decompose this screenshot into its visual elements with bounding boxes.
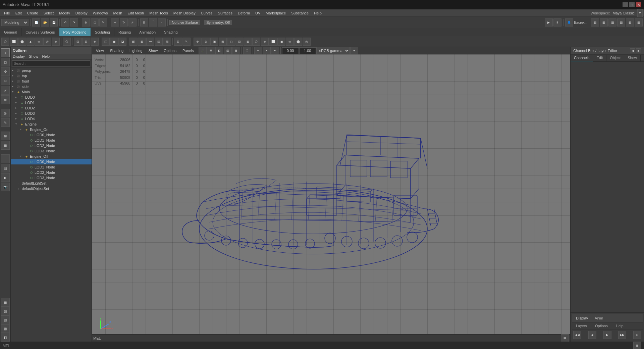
- move-icon[interactable]: ✛: [1, 67, 10, 76]
- layer-nav-3[interactable]: ▶: [603, 331, 611, 339]
- tree-item-engine-off-lod3[interactable]: ⬡ LOD3_Node: [11, 175, 92, 181]
- poly-prism[interactable]: ◈: [52, 38, 60, 46]
- tree-item-engine-off-lod1[interactable]: ⬡ LOD1_Node: [11, 164, 92, 170]
- menu-mesh-display[interactable]: Mesh Display: [171, 9, 198, 16]
- menu-surfaces[interactable]: Surfaces: [215, 9, 235, 16]
- vp-value-2[interactable]: [299, 47, 316, 54]
- right-panel-close[interactable]: ▶: [636, 48, 641, 53]
- flat-shade[interactable]: ◪: [118, 38, 126, 46]
- tree-item-engine[interactable]: ▾ ◈ Engine: [11, 121, 92, 127]
- open-file-button[interactable]: 📂: [41, 18, 49, 27]
- tab-poly-modeling[interactable]: Poly Modeling: [59, 28, 91, 36]
- save-file-button[interactable]: 💾: [50, 18, 58, 27]
- render-button[interactable]: ▶: [545, 18, 553, 27]
- menu-display[interactable]: Display: [73, 9, 90, 16]
- tool-extra-1[interactable]: ⊕: [194, 38, 202, 46]
- minimize-button[interactable]: ─: [623, 2, 628, 7]
- channel-icon[interactable]: ▤: [1, 164, 10, 172]
- lasso-icon[interactable]: ◻: [1, 58, 10, 66]
- extrude[interactable]: ⊡: [74, 38, 82, 46]
- poly-torus[interactable]: ◎: [43, 38, 51, 46]
- tree-item-lod3[interactable]: ▸ ⬡ LOD3: [11, 111, 92, 116]
- scale-icon[interactable]: ⤢: [1, 86, 10, 95]
- quick-layout-2[interactable]: ▧: [1, 307, 10, 315]
- menu-file[interactable]: File: [1, 9, 13, 16]
- tree-item-front[interactable]: ▸ 🎥 front: [11, 79, 92, 84]
- search-input[interactable]: [12, 60, 90, 66]
- tool-extra-6[interactable]: ⊡: [235, 38, 244, 46]
- viewport-shading-menu[interactable]: Shading: [107, 48, 126, 53]
- vp-tool-7[interactable]: ✛: [254, 47, 262, 55]
- menu-deform[interactable]: Deform: [235, 9, 253, 16]
- tree-item-engine-on-lod3[interactable]: ⬡ LOD3_Node: [11, 148, 92, 154]
- outliner-display[interactable]: Display: [11, 54, 27, 59]
- menu-uv[interactable]: UV: [253, 9, 263, 16]
- poly-cylinder[interactable]: ⬤: [18, 38, 26, 46]
- vp-tool-6[interactable]: ⬡: [243, 47, 251, 55]
- tool-extra-10[interactable]: ⬜: [269, 38, 277, 46]
- redo-button[interactable]: ↷: [70, 18, 78, 27]
- bottom-icon-1[interactable]: ▦: [561, 334, 569, 342]
- tree-item-lod4[interactable]: ▸ ⬡ LOD4: [11, 116, 92, 121]
- paint-select[interactable]: ✎: [99, 18, 107, 27]
- icon-r2[interactable]: ▦: [600, 18, 608, 27]
- quick-layout-1[interactable]: ▦: [1, 298, 10, 307]
- undo-button[interactable]: ↶: [61, 18, 69, 27]
- quick-layout-3[interactable]: ▨: [1, 315, 10, 324]
- tool-extra-7[interactable]: ▦: [244, 38, 252, 46]
- tree-item-engine-on-lod2[interactable]: ⬡ LOD2_Node: [11, 143, 92, 148]
- menu-mesh[interactable]: Mesh: [110, 9, 125, 16]
- menu-mesh-tools[interactable]: Mesh Tools: [147, 9, 170, 16]
- menu-substance[interactable]: Substance: [288, 9, 311, 16]
- paint-skin[interactable]: ✎: [182, 38, 191, 46]
- poly-plane[interactable]: ▭: [35, 38, 43, 46]
- paint-icon[interactable]: ✎: [1, 118, 10, 127]
- display-smooth[interactable]: ⋯: [146, 38, 154, 46]
- close-button[interactable]: ✕: [636, 2, 641, 7]
- colorspace-select[interactable]: sRGB gamma: [316, 47, 350, 54]
- vp-tool-3[interactable]: ◧: [215, 47, 223, 55]
- menu-curves[interactable]: Curves: [198, 9, 215, 16]
- scale-tool[interactable]: ⤢: [128, 18, 137, 27]
- viewport-show-menu[interactable]: Show: [146, 48, 161, 53]
- display-orig[interactable]: ▤: [155, 38, 163, 46]
- tool-8[interactable]: ⬡: [63, 38, 71, 46]
- tab-general[interactable]: General: [0, 28, 21, 36]
- right-panel-expand[interactable]: ◀: [630, 48, 635, 53]
- rotate-icon[interactable]: ↻: [1, 77, 10, 85]
- display-lod[interactable]: ▦: [138, 38, 146, 46]
- anim-tab[interactable]: Anim: [592, 315, 606, 321]
- tool-extra-5[interactable]: ◻: [227, 38, 235, 46]
- tab-animation[interactable]: Animation: [135, 28, 160, 36]
- viewport-view-menu[interactable]: View: [93, 48, 107, 53]
- user-icon[interactable]: 👤: [565, 18, 573, 27]
- viewport-3d[interactable]: Verts: 28006 0 0 Edges: 54182 0 0 Polygo…: [92, 54, 570, 334]
- tab-show[interactable]: Show: [624, 55, 641, 61]
- snap-icon[interactable]: ⊞: [1, 132, 10, 140]
- tool-extra-9[interactable]: ◈: [261, 38, 269, 46]
- vp-tool-4[interactable]: ◫: [224, 47, 232, 55]
- tree-item-engine-off-lod0[interactable]: ⬡ LOD0_Node: [11, 159, 92, 164]
- viewport-panels-menu[interactable]: Panels: [180, 48, 197, 53]
- tool-extra-12[interactable]: ▭: [286, 38, 294, 46]
- tab-sculpting[interactable]: Sculpting: [91, 28, 114, 36]
- smooth-shade[interactable]: ◼: [110, 38, 118, 46]
- menu-create[interactable]: Create: [24, 9, 41, 16]
- options-subtab[interactable]: Options: [592, 323, 610, 329]
- poly-sphere[interactable]: ⬡: [1, 38, 9, 46]
- layers-subtab[interactable]: Layers: [573, 323, 590, 329]
- layer-nav-2[interactable]: ◀: [588, 331, 596, 339]
- wireframe-toggle[interactable]: ◫: [102, 38, 110, 46]
- tree-item-lod0[interactable]: ▸ ⬡ LOD0: [11, 95, 92, 100]
- menu-modify[interactable]: Modify: [56, 9, 72, 16]
- attr-icon[interactable]: ☰: [1, 154, 10, 163]
- vp-tool-5[interactable]: ▦: [232, 47, 240, 55]
- snap-grid[interactable]: ⊞: [140, 18, 148, 27]
- tool-extra-4[interactable]: ⊠: [219, 38, 227, 46]
- tab-edit[interactable]: Edit: [593, 55, 606, 61]
- tree-item-engine-on-lod1[interactable]: ⬡ LOD1_Node: [11, 138, 92, 143]
- tab-curves-surfaces[interactable]: Curves / Surfaces: [21, 28, 59, 36]
- tool-extra-2[interactable]: ⊖: [202, 38, 210, 46]
- render-icon[interactable]: ▶: [1, 173, 10, 182]
- soft-select-icon[interactable]: ◎: [1, 109, 10, 117]
